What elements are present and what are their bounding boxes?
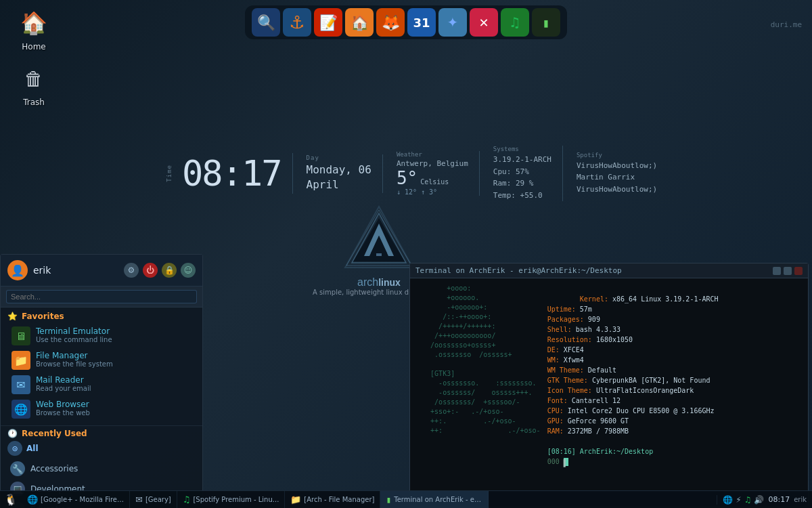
spotify-task-icon: ♫ (183, 494, 191, 505)
filemanager-icon: 📁 (12, 351, 30, 370)
terminal-minimize-btn[interactable] (773, 267, 781, 275)
tray-icon-network[interactable]: 🌐 (723, 495, 733, 505)
app-menu-avatar: 👤 (7, 260, 28, 280)
mailreader-name: Mail Reader (36, 375, 91, 385)
dock-firefox[interactable]: 🦊 (376, 8, 405, 37)
taskbar-right: 🌐 ⚡ ♫ 🔊 08:17 erik (717, 495, 812, 505)
terminal-ascii-art: +oooo: +oooooo. -+oooooo+: /::-++oooo+: … (414, 281, 541, 503)
spotify-task-label: [Spotify Premium - Linu... (193, 496, 279, 503)
conky-weather-label: Weather (397, 151, 422, 158)
filemanager-name: File Manager (36, 351, 113, 360)
conky-time-value: 08:17 (182, 153, 281, 194)
dock-anchor[interactable]: ⚓ (283, 8, 311, 37)
dock-home[interactable]: 🏠 (345, 8, 374, 37)
terminal-maximize-btn[interactable] (784, 267, 792, 275)
conky-location: Antwerp, Belgium (397, 159, 468, 168)
conky-sys-info: 3.19.2-1-ARCH Cpu: 57% Ram: 29 % Temp: +… (493, 154, 551, 201)
recently-used-section[interactable]: 🕐 Recently Used (7, 429, 196, 438)
terminal-info: Kernel: x86_64 Linux 3.19.2-1-ARCH Uptim… (547, 281, 804, 503)
top-dock: 🔍 ⚓ 📝 🏠 🦊 31 ✦ ✕ ♫ ▮ (245, 5, 567, 39)
conky-temp: 5° (397, 168, 418, 188)
recently-used-label: Recently Used (22, 429, 87, 438)
taskbar-task-terminal[interactable]: ▮ Terminal on ArchErik - er... (380, 491, 489, 508)
accessories-icon: 🔧 (10, 461, 25, 476)
filemanager-desc: Browse the file system (36, 360, 113, 368)
app-menu-search-input[interactable] (6, 290, 197, 303)
conky-date: Monday, 06 April (307, 163, 371, 193)
taskbar-task-filemanager[interactable]: 📁 [Arch - File Manager] (285, 491, 380, 508)
app-menu-lock-btn[interactable]: 🔒 (162, 263, 177, 278)
taskbar-clock: 08:17 (768, 495, 790, 504)
firefox-task-icon: 🌐 (27, 494, 38, 505)
terminal-title: Terminal on ArchErik - erik@ArchErik:~/D… (415, 266, 622, 275)
app-menu-username: erik (33, 265, 51, 276)
favorites-section[interactable]: ⭐ Favorites (7, 312, 196, 321)
accessories-label: Accessories (30, 464, 78, 473)
webbrowser-icon: 🌐 (12, 400, 30, 419)
filemanager-task-icon: 📁 (290, 494, 301, 505)
conky-widget: Time 08:17 Day Monday, 06 April Weather … (166, 146, 798, 201)
start-icon: 🐧 (4, 493, 18, 506)
taskbar-task-geary[interactable]: ✉ [Geary] (130, 491, 177, 508)
firefox-task-label: [Google+ - Mozilla Firef... (41, 496, 124, 503)
favorites-label: Favorites (22, 312, 64, 321)
terminal-icon: 🖥 (12, 326, 30, 345)
conky-temp-unit: Celsius (420, 178, 449, 186)
geary-task-label: [Geary] (145, 496, 171, 503)
app-menu-logout-btn[interactable]: ⏻ (143, 263, 158, 278)
home-icon: 🏠 (18, 7, 50, 39)
conky-temp-range: ↓ 12° ↑ 3° (397, 188, 437, 196)
cat-accessories[interactable]: 🔧 Accessories (7, 459, 196, 479)
app-menu-close-btn[interactable]: ☺ (181, 263, 196, 278)
app-filemanager[interactable]: 📁 File Manager Browse the file system (7, 348, 196, 373)
mailreader-desc: Read your email (36, 385, 91, 392)
dock-spotify[interactable]: ♫ (501, 8, 529, 37)
webbrowser-desc: Browse the web (36, 409, 90, 417)
tray-icon-power[interactable]: ⚡ (736, 495, 741, 505)
taskbar: 🐧 🌐 [Google+ - Mozilla Firef... ✉ [Geary… (0, 490, 812, 508)
terminal-task-icon: ▮ (386, 494, 391, 505)
taskbar-task-firefox[interactable]: 🌐 [Google+ - Mozilla Firef... (22, 491, 130, 508)
svg-rect-2 (376, 253, 382, 256)
conky-time-label: Time (166, 165, 173, 182)
taskbar-tasks: 🌐 [Google+ - Mozilla Firef... ✉ [Geary] … (22, 491, 717, 508)
terminal-controls (773, 267, 803, 275)
desktop-icon-home[interactable]: 🏠 Home (7, 7, 61, 51)
terminal-task-label: Terminal on ArchErik - er... (394, 496, 482, 503)
app-menu-icons: ⚙ ⏻ 🔒 ☺ (124, 263, 196, 278)
trash-label: Trash (23, 98, 45, 107)
terminal-close-btn[interactable] (794, 267, 803, 275)
conky-systems-label: Systems (493, 146, 519, 152)
conky-spotify-info: VirusHowAboutlow;) Martin Garrix VirusHo… (577, 160, 657, 196)
dock-calendar[interactable]: 31 (407, 8, 436, 37)
all-section[interactable]: ⊙ All (7, 441, 196, 456)
tray-icon-spotify-tray[interactable]: ♫ (744, 495, 752, 505)
desktop: 🔍 ⚓ 📝 🏠 🦊 31 ✦ ✕ ♫ ▮ duri.me 🏠 Home 🗑 Tr… (0, 0, 812, 508)
terminal-window: Terminal on ArchErik - erik@ArchErik:~/D… (409, 263, 809, 507)
conky-day-label: Day (307, 154, 319, 161)
terminal-titlebar: Terminal on ArchErik - erik@ArchErik:~/D… (410, 263, 808, 278)
watermark: duri.me (771, 20, 802, 29)
app-webbrowser[interactable]: 🌐 Web Browser Browse the web (7, 397, 196, 421)
taskbar-task-spotify[interactable]: ♫ [Spotify Premium - Linu... (177, 491, 286, 508)
arch-logo-svg (338, 203, 420, 271)
app-menu-favorites: ⭐ Favorites 🖥 Terminal Emulator Use the … (1, 308, 202, 425)
taskbar-systray: 🌐 ⚡ ♫ 🔊 (723, 495, 764, 505)
app-menu-search (1, 287, 202, 308)
app-mailreader[interactable]: ✉ Mail Reader Read your email (7, 373, 196, 397)
tray-icon-volume[interactable]: 🔊 (754, 495, 764, 505)
app-terminal[interactable]: 🖥 Terminal Emulator Use the command line (7, 324, 196, 348)
dock-notes[interactable]: 📝 (314, 8, 342, 37)
dock-search[interactable]: 🔍 (252, 8, 280, 37)
terminal-desc: Use the command line (36, 336, 112, 343)
dock-terminal[interactable]: ▮ (532, 8, 560, 37)
dock-app6[interactable]: ✦ (438, 8, 467, 37)
home-label: Home (22, 42, 45, 51)
app-menu-settings-btn[interactable]: ⚙ (124, 263, 139, 278)
terminal-body: +oooo: +oooooo. -+oooooo+: /::-++oooo+: … (410, 278, 808, 506)
conky-spotify-label: Spotify (577, 152, 602, 158)
desktop-icon-trash[interactable]: 🗑 Trash (7, 62, 61, 107)
filemanager-task-label: [Arch - File Manager] (304, 496, 374, 503)
taskbar-start[interactable]: 🐧 (0, 493, 22, 506)
dock-app7[interactable]: ✕ (470, 8, 498, 37)
